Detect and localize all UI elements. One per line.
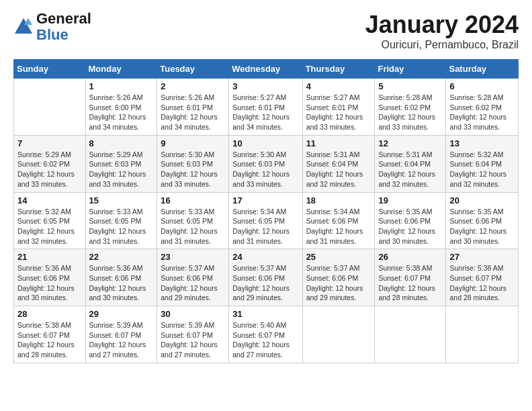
day-info: Sunrise: 5:28 AM Sunset: 6:02 PM Dayligh… [449, 93, 515, 132]
month-title: January 2024 [365, 11, 519, 39]
calendar-cell: 30Sunrise: 5:39 AM Sunset: 6:07 PM Dayli… [157, 306, 229, 363]
svg-marker-0 [15, 18, 32, 34]
day-number: 7 [17, 138, 82, 148]
day-info: Sunrise: 5:34 AM Sunset: 6:05 PM Dayligh… [232, 207, 298, 246]
calendar-cell: 6Sunrise: 5:28 AM Sunset: 6:02 PM Daylig… [446, 79, 519, 136]
day-number: 21 [17, 252, 82, 262]
day-number: 13 [449, 138, 515, 148]
day-number: 8 [89, 138, 154, 148]
day-info: Sunrise: 5:39 AM Sunset: 6:07 PM Dayligh… [89, 320, 154, 360]
day-info: Sunrise: 5:33 AM Sunset: 6:05 PM Dayligh… [89, 207, 154, 246]
day-number: 19 [378, 195, 442, 205]
calendar-cell: 25Sunrise: 5:37 AM Sunset: 6:06 PM Dayli… [302, 249, 375, 306]
day-info: Sunrise: 5:29 AM Sunset: 6:02 PM Dayligh… [17, 150, 82, 189]
day-info: Sunrise: 5:30 AM Sunset: 6:03 PM Dayligh… [161, 150, 225, 189]
calendar-cell: 31Sunrise: 5:40 AM Sunset: 6:07 PM Dayli… [229, 306, 302, 363]
calendar-cell: 2Sunrise: 5:26 AM Sunset: 6:01 PM Daylig… [157, 79, 229, 136]
day-info: Sunrise: 5:37 AM Sunset: 6:06 PM Dayligh… [161, 263, 225, 303]
col-tuesday: Tuesday [157, 60, 229, 79]
day-info: Sunrise: 5:34 AM Sunset: 6:06 PM Dayligh… [306, 207, 371, 246]
day-info: Sunrise: 5:38 AM Sunset: 6:07 PM Dayligh… [449, 263, 515, 303]
day-number: 15 [89, 195, 154, 205]
day-number: 18 [306, 195, 371, 205]
day-info: Sunrise: 5:31 AM Sunset: 6:04 PM Dayligh… [306, 150, 371, 189]
day-info: Sunrise: 5:32 AM Sunset: 6:04 PM Dayligh… [449, 150, 515, 189]
day-info: Sunrise: 5:31 AM Sunset: 6:04 PM Dayligh… [378, 150, 442, 189]
calendar-cell: 20Sunrise: 5:35 AM Sunset: 6:06 PM Dayli… [446, 192, 519, 249]
col-saturday: Saturday [446, 60, 519, 79]
calendar-cell: 8Sunrise: 5:29 AM Sunset: 6:03 PM Daylig… [85, 135, 157, 192]
day-number: 2 [161, 81, 225, 91]
calendar-week-row: 28Sunrise: 5:38 AM Sunset: 6:07 PM Dayli… [14, 306, 519, 363]
calendar-cell: 12Sunrise: 5:31 AM Sunset: 6:04 PM Dayli… [375, 135, 446, 192]
calendar-cell: 10Sunrise: 5:30 AM Sunset: 6:03 PM Dayli… [229, 135, 302, 192]
day-info: Sunrise: 5:29 AM Sunset: 6:03 PM Dayligh… [89, 150, 154, 189]
calendar-table: Sunday Monday Tuesday Wednesday Thursday… [13, 59, 519, 363]
day-number: 29 [89, 309, 154, 319]
location: Ouricuri, Pernambuco, Brazil [365, 39, 519, 51]
day-number: 25 [306, 252, 371, 262]
day-info: Sunrise: 5:38 AM Sunset: 6:07 PM Dayligh… [378, 263, 442, 303]
day-number: 17 [232, 195, 298, 205]
calendar-week-row: 21Sunrise: 5:36 AM Sunset: 6:06 PM Dayli… [14, 249, 519, 306]
day-info: Sunrise: 5:33 AM Sunset: 6:05 PM Dayligh… [161, 207, 225, 246]
day-number: 9 [161, 138, 225, 148]
calendar-cell [375, 306, 446, 363]
day-info: Sunrise: 5:39 AM Sunset: 6:07 PM Dayligh… [161, 320, 225, 360]
day-number: 20 [449, 195, 515, 205]
day-number: 3 [232, 81, 298, 91]
day-number: 23 [161, 252, 225, 262]
day-number: 28 [17, 309, 82, 319]
calendar-cell: 11Sunrise: 5:31 AM Sunset: 6:04 PM Dayli… [302, 135, 375, 192]
day-info: Sunrise: 5:36 AM Sunset: 6:06 PM Dayligh… [17, 263, 82, 303]
col-monday: Monday [85, 60, 157, 79]
day-number: 12 [378, 138, 442, 148]
day-number: 1 [89, 81, 154, 91]
logo-icon [13, 17, 34, 37]
day-number: 31 [232, 309, 298, 319]
calendar-cell: 29Sunrise: 5:39 AM Sunset: 6:07 PM Dayli… [85, 306, 157, 363]
day-number: 22 [89, 252, 154, 262]
day-number: 14 [17, 195, 82, 205]
calendar-cell: 19Sunrise: 5:35 AM Sunset: 6:06 PM Dayli… [375, 192, 446, 249]
day-info: Sunrise: 5:36 AM Sunset: 6:06 PM Dayligh… [89, 263, 154, 303]
logo-blue: Blue [36, 26, 69, 43]
day-info: Sunrise: 5:26 AM Sunset: 6:00 PM Dayligh… [89, 93, 154, 132]
day-number: 11 [306, 138, 371, 148]
day-number: 27 [449, 252, 515, 262]
day-number: 5 [378, 81, 442, 91]
col-thursday: Thursday [302, 60, 375, 79]
calendar-cell [446, 306, 519, 363]
day-info: Sunrise: 5:32 AM Sunset: 6:05 PM Dayligh… [17, 207, 82, 246]
calendar-cell: 17Sunrise: 5:34 AM Sunset: 6:05 PM Dayli… [229, 192, 302, 249]
day-info: Sunrise: 5:37 AM Sunset: 6:06 PM Dayligh… [306, 263, 371, 303]
calendar-cell: 7Sunrise: 5:29 AM Sunset: 6:02 PM Daylig… [14, 135, 86, 192]
calendar-cell: 23Sunrise: 5:37 AM Sunset: 6:06 PM Dayli… [157, 249, 229, 306]
calendar-week-row: 7Sunrise: 5:29 AM Sunset: 6:02 PM Daylig… [14, 135, 519, 192]
calendar-cell: 21Sunrise: 5:36 AM Sunset: 6:06 PM Dayli… [14, 249, 86, 306]
calendar-week-row: 1Sunrise: 5:26 AM Sunset: 6:00 PM Daylig… [14, 79, 519, 136]
calendar-cell: 1Sunrise: 5:26 AM Sunset: 6:00 PM Daylig… [85, 79, 157, 136]
calendar-cell: 28Sunrise: 5:38 AM Sunset: 6:07 PM Dayli… [14, 306, 86, 363]
logo-text: General Blue [36, 11, 91, 43]
calendar-cell: 9Sunrise: 5:30 AM Sunset: 6:03 PM Daylig… [157, 135, 229, 192]
logo: General Blue [13, 11, 91, 43]
day-number: 30 [161, 309, 225, 319]
day-number: 4 [306, 81, 371, 91]
col-sunday: Sunday [14, 60, 86, 79]
title-block: January 2024 Ouricuri, Pernambuco, Brazi… [365, 11, 519, 51]
day-info: Sunrise: 5:38 AM Sunset: 6:07 PM Dayligh… [17, 320, 82, 360]
col-friday: Friday [375, 60, 446, 79]
logo-general: General [36, 10, 91, 27]
calendar-cell: 26Sunrise: 5:38 AM Sunset: 6:07 PM Dayli… [375, 249, 446, 306]
day-info: Sunrise: 5:40 AM Sunset: 6:07 PM Dayligh… [232, 320, 298, 360]
day-number: 24 [232, 252, 298, 262]
calendar-cell: 16Sunrise: 5:33 AM Sunset: 6:05 PM Dayli… [157, 192, 229, 249]
calendar-cell: 27Sunrise: 5:38 AM Sunset: 6:07 PM Dayli… [446, 249, 519, 306]
day-number: 16 [161, 195, 225, 205]
day-number: 6 [449, 81, 515, 91]
calendar-cell [14, 79, 86, 136]
day-info: Sunrise: 5:26 AM Sunset: 6:01 PM Dayligh… [161, 93, 225, 132]
day-info: Sunrise: 5:30 AM Sunset: 6:03 PM Dayligh… [232, 150, 298, 189]
calendar-cell: 22Sunrise: 5:36 AM Sunset: 6:06 PM Dayli… [85, 249, 157, 306]
